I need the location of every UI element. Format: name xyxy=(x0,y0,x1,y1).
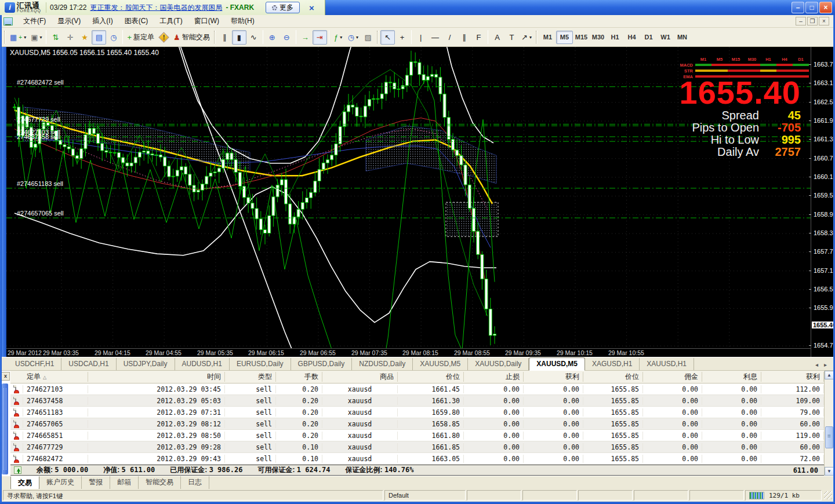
metaquotes-alert-button[interactable]: ! xyxy=(157,30,171,45)
order-row-274665851[interactable]: 2746658512012.03.29 08:50sell0.20xauusd1… xyxy=(10,430,824,441)
chart-shift-button[interactable]: ⇥ xyxy=(313,30,327,45)
timeframe-m5-button[interactable]: M5 xyxy=(556,31,573,44)
terminal-drag-grip[interactable] xyxy=(2,384,8,474)
scrollbar-down-icon[interactable]: ▼ xyxy=(825,467,834,476)
column-header-8[interactable]: 价位 xyxy=(583,372,643,382)
new-chart-button[interactable]: ▦+▾ xyxy=(8,30,28,45)
vertical-line-button[interactable]: | xyxy=(413,30,428,45)
templates-button[interactable]: ▨ xyxy=(361,30,375,45)
horizontal-line-button[interactable]: — xyxy=(428,30,442,45)
child-minimize-button[interactable]: – xyxy=(796,17,806,25)
chart-tab-xauusdm5-9[interactable]: XAUUSD,M5 xyxy=(529,357,585,371)
terminal-scrollbar[interactable]: ▲ ▼ xyxy=(824,371,833,476)
market-watch-button[interactable]: ⇅ xyxy=(48,30,63,45)
crosshair-button[interactable]: + xyxy=(395,30,409,45)
timeframe-m1-button[interactable]: M1 xyxy=(539,31,556,44)
column-header-3[interactable]: 手数 xyxy=(276,372,322,382)
chart-tab-usdchfh1-0[interactable]: USDCHF,H1 xyxy=(8,358,61,370)
candle-chart-button[interactable]: ▮ xyxy=(232,30,246,45)
text-button[interactable]: A xyxy=(490,30,504,45)
fibonacci-button[interactable]: F xyxy=(471,30,486,45)
column-header-10[interactable]: 利息 xyxy=(702,372,761,382)
text-label-button[interactable]: T xyxy=(504,30,519,45)
column-header-2[interactable]: 类型 xyxy=(225,372,276,382)
timeframe-d1-button[interactable]: D1 xyxy=(640,31,657,44)
chart-tab-nzdusddaily-6[interactable]: NZDUSD,Daily xyxy=(352,358,413,370)
scrollbar-thumb[interactable] xyxy=(825,426,833,448)
column-header-11[interactable]: 获利 xyxy=(761,372,824,382)
chart-tab-xauusddaily-8[interactable]: XAUUSD,Daily xyxy=(468,358,529,370)
arrows-button[interactable]: ↗▾ xyxy=(519,30,534,45)
child-restore-button[interactable]: ❐ xyxy=(807,17,818,25)
terminal-tab-2[interactable]: 警报 xyxy=(82,476,110,489)
column-header-6[interactable]: 止损 xyxy=(464,372,524,382)
column-header-5[interactable]: 价位 xyxy=(398,372,464,382)
price-chart[interactable]: #274682472 sell274677729 sell274627103 s… xyxy=(6,47,811,348)
terminal-tab-3[interactable]: 邮箱 xyxy=(110,476,139,489)
tab-scroll-left-icon[interactable]: ◂ xyxy=(815,361,818,368)
new-order-button[interactable]: +新定单 xyxy=(125,30,157,45)
terminal-tab-4[interactable]: 智能交易 xyxy=(139,476,181,489)
window-maximize-button[interactable]: □ xyxy=(805,2,818,13)
trendline-button[interactable]: / xyxy=(442,30,457,45)
order-row-274657065[interactable]: 2746570652012.03.29 08:12sell0.20xauusd1… xyxy=(10,418,824,430)
news-headline-link[interactable]: 更正重发：股闻天下：国美电器的发展困局 xyxy=(90,3,222,13)
zoom-in-button[interactable]: ⊕ xyxy=(265,30,279,45)
chart-tab-xauusdh1-11[interactable]: XAUUSD,H1 xyxy=(640,358,694,370)
chart-tab-gbpusddaily-5[interactable]: GBPUSD,Daily xyxy=(291,358,353,370)
chart-tab-eurusddaily-4[interactable]: EURUSD,Daily xyxy=(230,358,291,370)
terminal-button[interactable]: ▤ xyxy=(92,30,106,45)
order-row-274651183[interactable]: 2746511832012.03.29 07:31sell0.20xauusd1… xyxy=(10,407,824,418)
scrollbar-up-icon[interactable]: ▲ xyxy=(825,371,834,379)
chart-tab-xauusdm5-7[interactable]: XAUUSD,M5 xyxy=(413,358,468,370)
menu-item-4[interactable]: 工具(T) xyxy=(154,15,188,27)
cursor-button[interactable]: ↖ xyxy=(380,30,395,45)
column-header-0[interactable]: 定单△ xyxy=(23,372,88,382)
window-minimize-button[interactable]: – xyxy=(792,2,804,13)
chart-tab-usdjpydaily-2[interactable]: USDJPY,Daily xyxy=(117,358,175,370)
terminal-tab-1[interactable]: 账户历史 xyxy=(39,476,82,489)
terminal-close-button[interactable]: x xyxy=(1,372,10,381)
chart-tab-usdcadh1-1[interactable]: USDCAD,H1 xyxy=(61,358,116,370)
timeframe-m30-button[interactable]: M30 xyxy=(590,31,607,44)
status-profile[interactable]: Default xyxy=(384,490,466,501)
column-header-9[interactable]: 佣金 xyxy=(643,372,702,382)
column-header-7[interactable]: 获利 xyxy=(524,372,583,382)
strategy-tester-button[interactable]: ◷ xyxy=(106,30,121,45)
menu-item-6[interactable]: 帮助(H) xyxy=(225,15,260,27)
tab-scroll-right-icon[interactable]: ▸ xyxy=(824,361,827,368)
profiles-button[interactable]: ▣▾ xyxy=(28,30,44,45)
menu-item-2[interactable]: 插入(I) xyxy=(86,15,118,27)
resize-grip[interactable] xyxy=(824,491,832,499)
channel-button[interactable]: ∥ xyxy=(457,30,471,45)
periods-button[interactable]: ◷▾ xyxy=(346,30,361,45)
menu-item-3[interactable]: 图表(C) xyxy=(119,15,154,27)
order-row-274627103[interactable]: 2746271032012.03.29 03:45sell0.20xauusd1… xyxy=(10,384,824,395)
zoom-out-button[interactable]: ⊖ xyxy=(279,30,294,45)
time-axis[interactable]: 29 Mar 201229 Mar 03:3529 Mar 04:1529 Ma… xyxy=(6,348,811,357)
terminal-tab-0[interactable]: 交易 xyxy=(10,476,39,490)
column-header-4[interactable]: 商品 xyxy=(322,372,398,382)
line-chart-button[interactable]: ∿ xyxy=(246,30,261,45)
timeframe-h4-button[interactable]: H4 xyxy=(623,31,640,44)
indicators-button[interactable]: ƒ▾ xyxy=(331,30,346,45)
ticker-close-icon[interactable]: × xyxy=(303,3,320,13)
child-close-button[interactable]: × xyxy=(819,17,829,25)
window-close-button[interactable]: × xyxy=(819,2,832,13)
bar-chart-button[interactable]: ∥ xyxy=(217,30,232,45)
chart-tab-audusdh1-3[interactable]: AUDUSD,H1 xyxy=(175,358,230,370)
expert-advisors-button[interactable]: ♟智能交易 xyxy=(171,30,212,45)
timeframe-mn-button[interactable]: MN xyxy=(674,31,691,44)
data-window-button[interactable]: ✛ xyxy=(63,30,77,45)
more-button[interactable]: 更多 xyxy=(266,2,300,13)
order-row-274682472[interactable]: 2746824722012.03.29 09:43sell0.10xauusd1… xyxy=(10,453,824,465)
price-axis[interactable]: 1663.751663.151662.551661.951661.351660.… xyxy=(811,47,833,357)
terminal-tab-5[interactable]: 日志 xyxy=(181,476,209,489)
timeframe-h1-button[interactable]: H1 xyxy=(607,31,623,44)
timeframe-w1-button[interactable]: W1 xyxy=(657,31,674,44)
menu-item-5[interactable]: 窗口(W) xyxy=(188,15,225,27)
column-header-1[interactable]: 时间 xyxy=(88,372,225,382)
menu-item-1[interactable]: 显示(V) xyxy=(52,15,86,27)
navigator-button[interactable]: ★ xyxy=(77,30,92,45)
auto-scroll-button[interactable]: → xyxy=(298,30,313,45)
